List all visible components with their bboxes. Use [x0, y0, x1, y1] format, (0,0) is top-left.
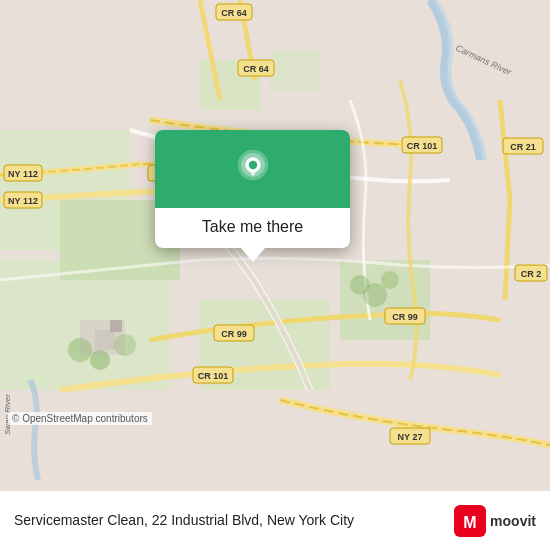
popup-triangle	[241, 248, 265, 262]
take-me-there-button[interactable]: Take me there	[202, 218, 303, 236]
svg-rect-10	[110, 320, 122, 332]
svg-text:CR 64: CR 64	[243, 64, 269, 74]
popup-top	[155, 130, 350, 208]
svg-text:NY 27: NY 27	[398, 432, 423, 442]
svg-point-38	[90, 350, 110, 370]
svg-point-37	[68, 338, 92, 362]
svg-text:CR 64: CR 64	[221, 8, 247, 18]
svg-rect-9	[95, 330, 115, 350]
svg-text:CR 2: CR 2	[521, 269, 542, 279]
svg-text:CR 101: CR 101	[407, 141, 438, 151]
moovit-text: moovit	[490, 513, 536, 529]
location-pin-icon	[231, 148, 275, 192]
attribution: © OpenStreetMap contributors	[8, 412, 152, 425]
svg-point-46	[248, 161, 256, 169]
svg-text:M: M	[463, 514, 476, 531]
svg-text:NY 112: NY 112	[8, 196, 38, 206]
svg-text:CR 101: CR 101	[198, 371, 229, 381]
attribution-text: © OpenStreetMap contributors	[12, 413, 148, 424]
svg-point-41	[363, 283, 387, 307]
map-container: Carmans River Swan River	[0, 0, 550, 490]
popup-card: Take me there	[155, 130, 350, 248]
svg-point-39	[114, 334, 136, 356]
moovit-logo: M moovit	[454, 505, 536, 537]
moovit-icon: M	[454, 505, 486, 537]
svg-text:CR 99: CR 99	[221, 329, 247, 339]
svg-point-42	[381, 271, 399, 289]
svg-text:CR 21: CR 21	[510, 142, 536, 152]
svg-text:CR 99: CR 99	[392, 312, 418, 322]
svg-rect-7	[270, 50, 320, 90]
bottom-bar: Servicemaster Clean, 22 Industrial Blvd,…	[0, 490, 550, 550]
popup-bottom: Take me there	[155, 208, 350, 248]
address-text: Servicemaster Clean, 22 Industrial Blvd,…	[14, 511, 354, 529]
svg-text:NY 112: NY 112	[8, 169, 38, 179]
